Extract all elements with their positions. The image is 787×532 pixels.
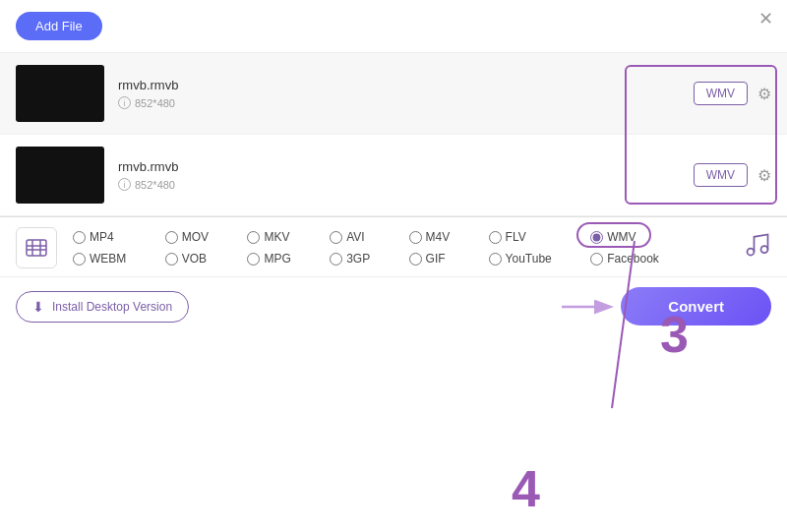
info-icon: i	[118, 96, 131, 109]
video-format-icon	[16, 227, 57, 268]
file-thumbnail	[16, 65, 104, 122]
top-bar: Add File ✕	[0, 0, 787, 53]
gear-button-2[interactable]: ⚙	[757, 166, 771, 185]
radio-label-mp4: MP4	[90, 230, 114, 244]
file-meta: i 852*480	[118, 96, 694, 109]
file-name: rmvb.rmvb	[118, 159, 694, 174]
radio-mpg[interactable]: MPG	[239, 250, 322, 267]
radio-label-m4v: M4V	[426, 230, 451, 244]
format-badge-1[interactable]: WMV	[694, 82, 748, 105]
radio-label-facebook: Facebook	[607, 252, 659, 266]
convert-arrow-icon	[558, 289, 617, 325]
install-label: Install Desktop Version	[52, 300, 172, 314]
radio-label-flv: FLV	[506, 230, 526, 244]
radio-youtube[interactable]: YouTube	[481, 250, 583, 267]
music-icon-button[interactable]	[744, 231, 771, 265]
file-item: rmvb.rmvb i 852*480 WMV ⚙	[0, 53, 787, 135]
radio-mp4[interactable]: MP4	[65, 228, 157, 246]
annotation-4: 4	[512, 459, 540, 518]
add-file-button[interactable]: Add File	[16, 12, 102, 40]
svg-point-7	[761, 246, 768, 253]
gear-button-1[interactable]: ⚙	[757, 85, 771, 103]
file-info: rmvb.rmvb i 852*480	[118, 159, 694, 191]
radio-vob[interactable]: VOB	[157, 250, 240, 267]
file-resolution: 852*480	[135, 97, 175, 109]
file-thumbnail	[16, 147, 104, 204]
radio-label-mpg: MPG	[264, 252, 290, 266]
file-info: rmvb.rmvb i 852*480	[118, 78, 694, 109]
radio-3gp[interactable]: 3GP	[322, 250, 400, 267]
file-meta: i 852*480	[118, 178, 694, 191]
radio-avi[interactable]: AVI	[322, 228, 400, 246]
radio-grid: MP4 MOV MKV AVI M4V FLV WMV	[65, 228, 736, 267]
format-badge-2[interactable]: WMV	[694, 163, 748, 187]
radio-label-wmv: WMV	[607, 230, 636, 244]
radio-mkv[interactable]: MKV	[239, 228, 322, 246]
close-button[interactable]: ✕	[758, 10, 773, 28]
bottom-bar: ⬇ Install Desktop Version 4 Convert	[0, 276, 787, 335]
radio-wmv[interactable]: WMV	[582, 228, 690, 246]
file-resolution: 852*480	[135, 179, 175, 191]
file-list: rmvb.rmvb i 852*480 WMV ⚙ rmvb.rmvb i 85…	[0, 53, 787, 216]
radio-webm[interactable]: WEBM	[65, 250, 157, 267]
radio-mov[interactable]: MOV	[157, 228, 240, 246]
radio-facebook[interactable]: Facebook	[582, 250, 690, 267]
radio-label-mov: MOV	[182, 230, 209, 244]
radio-flv[interactable]: FLV	[481, 228, 583, 246]
radio-label-gif: GIF	[426, 252, 446, 266]
radio-label-webm: WEBM	[90, 252, 126, 266]
svg-rect-1	[27, 240, 46, 256]
convert-button[interactable]: Convert	[621, 287, 771, 325]
radio-label-3gp: 3GP	[346, 252, 370, 266]
svg-point-6	[748, 249, 755, 256]
file-item: rmvb.rmvb i 852*480 WMV ⚙	[0, 135, 787, 216]
radio-label-vob: VOB	[182, 252, 207, 266]
file-name: rmvb.rmvb	[118, 78, 694, 92]
info-icon: i	[118, 178, 131, 191]
radio-m4v[interactable]: M4V	[401, 228, 481, 246]
file-actions: WMV ⚙	[694, 163, 771, 187]
convert-area: Convert	[558, 287, 771, 325]
file-actions: WMV ⚙	[694, 82, 771, 105]
format-bar: MP4 MOV MKV AVI M4V FLV WMV	[0, 216, 787, 276]
install-desktop-button[interactable]: ⬇ Install Desktop Version	[16, 291, 189, 323]
radio-label-mkv: MKV	[264, 230, 289, 244]
radio-label-avi: AVI	[346, 230, 364, 244]
download-icon: ⬇	[32, 299, 44, 315]
radio-gif[interactable]: GIF	[401, 250, 481, 267]
radio-label-youtube: YouTube	[506, 252, 552, 266]
